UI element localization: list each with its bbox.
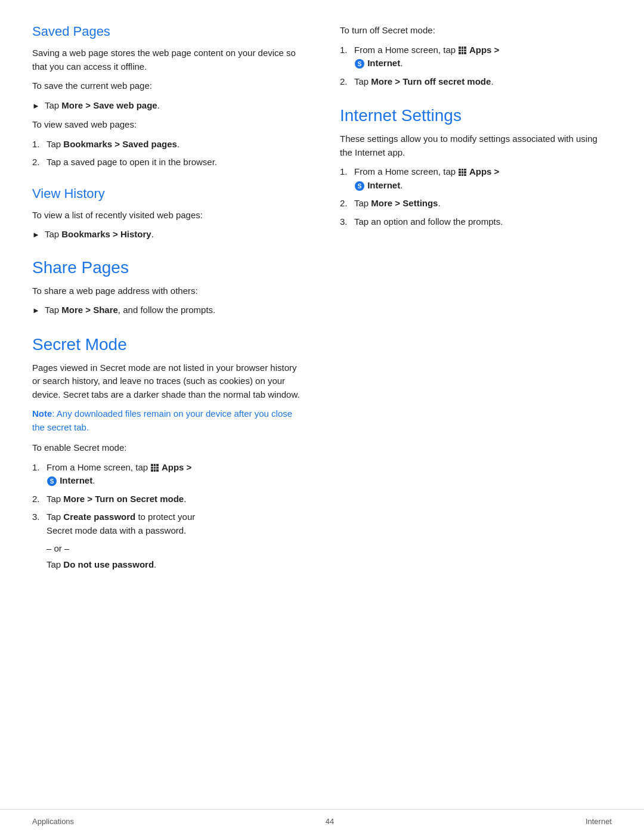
settings-num-3: 3. xyxy=(340,215,354,229)
footer-page-number: 44 xyxy=(326,817,334,826)
or-text: – or – xyxy=(47,543,304,553)
turn-off-num-2: 2. xyxy=(340,75,354,89)
internet-app-icon-r1 xyxy=(355,59,364,69)
saved-pages-title: Saved Pages xyxy=(32,24,304,39)
enable-num-2: 2. xyxy=(32,493,47,506)
step-text-1: Tap Bookmarks > Saved pages. xyxy=(47,138,304,151)
enable-step-1: 1. From a Home screen, tap Apps > Intern… xyxy=(32,461,304,488)
save-step-bullet: ► Tap More > Save web page. xyxy=(32,99,304,113)
view-history-title: View History xyxy=(32,186,304,202)
settings-step-2: 2. Tap More > Settings. xyxy=(340,197,612,210)
view-history-instruction: To view a list of recently visited web p… xyxy=(32,209,304,222)
step-text-2: Tap a saved page to open it in the brows… xyxy=(47,156,304,169)
save-instruction: To save the current web page: xyxy=(32,79,304,93)
internet-app-icon xyxy=(47,476,57,486)
turn-off-step-2: 2. Tap More > Turn off secret mode. xyxy=(340,75,612,89)
internet-settings-title: Internet Settings xyxy=(340,106,612,125)
view-saved-instruction: To view saved web pages: xyxy=(32,118,304,132)
view-history-section: View History To view a list of recently … xyxy=(32,186,304,241)
view-step-1: 1. Tap Bookmarks > Saved pages. xyxy=(32,138,304,151)
share-pages-title: Share Pages xyxy=(32,258,304,277)
turn-off-text-2: Tap More > Turn off secret mode. xyxy=(354,75,612,89)
left-column: Saved Pages Saving a web page stores the… xyxy=(32,24,328,773)
footer-right-label: Internet xyxy=(586,817,612,826)
footer-left-label: Applications xyxy=(32,817,74,826)
history-step-text: Tap Bookmarks > History. xyxy=(45,228,304,241)
settings-text-1: From a Home screen, tap Apps > Internet. xyxy=(354,165,612,192)
enable-num-3: 3. xyxy=(32,510,47,537)
settings-text-2: Tap More > Settings. xyxy=(354,197,612,210)
note-label: Note xyxy=(32,408,52,419)
content-area: Saved Pages Saving a web page stores the… xyxy=(0,0,644,809)
settings-step-3: 3. Tap an option and follow the prompts. xyxy=(340,215,612,229)
final-step: Tap Do not use password. xyxy=(47,559,304,569)
secret-mode-note: Note: Any downloaded files remain on you… xyxy=(32,407,304,434)
saved-pages-section: Saved Pages Saving a web page stores the… xyxy=(32,24,304,169)
apps-grid-icon-r2 xyxy=(459,169,466,176)
right-column: To turn off Secret mode: 1. From a Home … xyxy=(328,24,612,773)
internet-settings-intro: These settings allow you to modify setti… xyxy=(340,132,612,159)
share-pages-section: Share Pages To share a web page address … xyxy=(32,258,304,317)
page: Saved Pages Saving a web page stores the… xyxy=(0,0,644,833)
share-step-bullet: ► Tap More > Share, and follow the promp… xyxy=(32,304,304,317)
view-step-2: 2. Tap a saved page to open it in the br… xyxy=(32,156,304,169)
bullet-arrow-icon-3: ► xyxy=(32,305,40,317)
turn-off-instruction: To turn off Secret mode: xyxy=(340,24,612,38)
secret-mode-section: Secret Mode Pages viewed in Secret mode … xyxy=(32,335,304,570)
bullet-arrow-icon: ► xyxy=(32,100,40,112)
enable-text-3: Tap Create password to protect yourSecre… xyxy=(47,510,304,537)
page-footer: Applications 44 Internet xyxy=(0,809,644,833)
enable-num-1: 1. xyxy=(32,461,47,488)
settings-step-1: 1. From a Home screen, tap Apps > Intern… xyxy=(340,165,612,192)
enable-instruction: To enable Secret mode: xyxy=(32,441,304,455)
internet-app-icon-r2 xyxy=(355,181,364,191)
step-num-1: 1. xyxy=(32,138,47,151)
enable-step-3: 3. Tap Create password to protect yourSe… xyxy=(32,510,304,537)
step-num-2: 2. xyxy=(32,156,47,169)
saved-pages-intro: Saving a web page stores the web page co… xyxy=(32,47,304,73)
apps-grid-icon-r1 xyxy=(459,47,466,54)
secret-mode-title: Secret Mode xyxy=(32,335,304,354)
share-step-text: Tap More > Share, and follow the prompts… xyxy=(45,304,304,317)
enable-step-2: 2. Tap More > Turn on Secret mode. xyxy=(32,493,304,506)
internet-settings-section: Internet Settings These settings allow y… xyxy=(340,106,612,228)
settings-text-3: Tap an option and follow the prompts. xyxy=(354,215,612,229)
secret-mode-intro: Pages viewed in Secret mode are not list… xyxy=(32,361,304,402)
turn-off-section: To turn off Secret mode: 1. From a Home … xyxy=(340,24,612,88)
bullet-arrow-icon-2: ► xyxy=(32,229,40,241)
enable-text-2: Tap More > Turn on Secret mode. xyxy=(47,493,304,506)
apps-grid-icon xyxy=(151,464,159,472)
settings-num-1: 1. xyxy=(340,165,354,192)
turn-off-text-1: From a Home screen, tap Apps > Internet. xyxy=(354,44,612,70)
save-step-text: Tap More > Save web page. xyxy=(45,99,304,113)
turn-off-step-1: 1. From a Home screen, tap Apps > Intern… xyxy=(340,44,612,70)
turn-off-num-1: 1. xyxy=(340,44,354,70)
settings-num-2: 2. xyxy=(340,197,354,210)
enable-text-1: From a Home screen, tap Apps > Internet. xyxy=(47,461,304,488)
history-step-bullet: ► Tap Bookmarks > History. xyxy=(32,228,304,241)
share-pages-instruction: To share a web page address with others: xyxy=(32,284,304,298)
